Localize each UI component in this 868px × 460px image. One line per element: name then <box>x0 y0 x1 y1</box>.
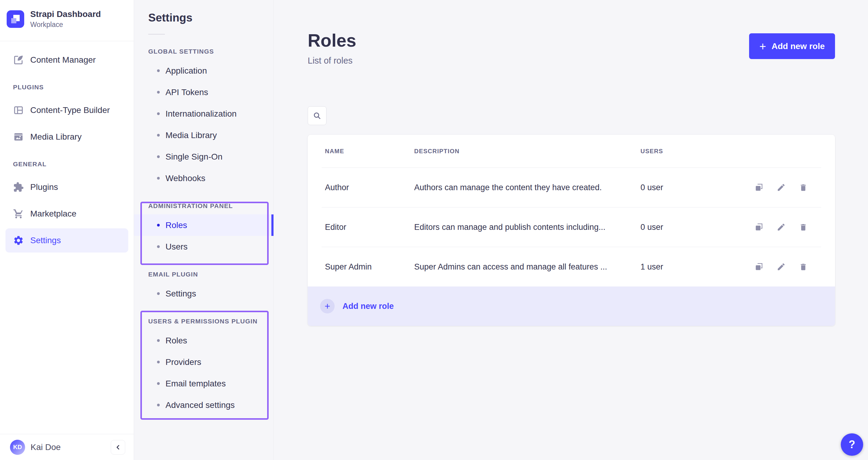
page-title: Roles <box>308 30 356 51</box>
subnav-section-users-permissions-plugin: USERS & PERMISSIONS PLUGIN <box>148 318 274 325</box>
sidebar-item-marketplace[interactable]: Marketplace <box>5 202 128 226</box>
delete-role-button[interactable] <box>799 183 808 192</box>
subnav-item-up-advanced-settings[interactable]: Advanced settings <box>134 394 274 416</box>
subnav-item-up-providers[interactable]: Providers <box>134 351 274 373</box>
duplicate-role-button[interactable] <box>754 183 764 192</box>
subnav-section-global-settings: GLOBAL SETTINGS <box>148 48 274 55</box>
subnav-section-administration-panel: ADMINISTRATION PANEL <box>148 202 274 209</box>
workspace-brand[interactable]: Strapi Dashboard Workplace <box>0 0 134 41</box>
avatar[interactable]: KD <box>10 440 25 455</box>
help-button[interactable]: ? <box>841 433 863 456</box>
user-name: Kai Doe <box>31 442 111 452</box>
role-description: Super Admins can access and manage all f… <box>414 262 641 271</box>
gear-icon <box>13 235 24 246</box>
sidebar-section-plugins: PLUGINS <box>13 84 134 91</box>
sidebar-item-label: Plugins <box>30 182 58 192</box>
sidebar-item-plugins[interactable]: Plugins <box>5 175 128 199</box>
role-name: Author <box>325 183 414 192</box>
footer-add-role-label: Add new role <box>342 301 394 311</box>
main-content: Roles List of roles + Add new role NAME … <box>274 0 868 460</box>
role-users-count: 1 user <box>641 262 753 271</box>
puzzle-icon <box>13 182 24 193</box>
subnav-item-up-email-templates[interactable]: Email templates <box>134 373 274 394</box>
settings-subnav: Settings GLOBAL SETTINGS Application API… <box>134 0 274 460</box>
chevron-left-icon <box>114 443 122 451</box>
sidebar-item-label: Media Library <box>30 132 82 142</box>
delete-role-button[interactable] <box>799 223 808 232</box>
role-users-count: 0 user <box>641 223 753 232</box>
sidebar-item-content-type-builder[interactable]: Content-Type Builder <box>5 98 128 122</box>
table-row-super-admin[interactable]: Super Admin Super Admins can access and … <box>308 247 835 286</box>
role-users-count: 0 user <box>641 183 753 192</box>
column-header-name: NAME <box>325 148 414 155</box>
settings-title-divider <box>148 34 165 34</box>
plus-circle-icon: + <box>320 299 335 313</box>
subnav-item-admin-roles[interactable]: Roles <box>134 214 274 236</box>
subnav-item-webhooks[interactable]: Webhooks <box>134 168 274 189</box>
subnav-item-media-library[interactable]: Media Library <box>134 124 274 146</box>
column-header-description: DESCRIPTION <box>414 148 641 155</box>
subnav-item-single-sign-on[interactable]: Single Sign-On <box>134 146 274 168</box>
settings-subnav-title: Settings <box>148 11 274 24</box>
roles-table-card: NAME DESCRIPTION USERS Author Authors ca… <box>308 135 835 326</box>
delete-role-button[interactable] <box>799 262 808 271</box>
subnav-item-internationalization[interactable]: Internationalization <box>134 103 274 124</box>
strapi-logo-icon <box>7 10 24 28</box>
table-row-editor[interactable]: Editor Editors can manage and publish co… <box>308 207 835 247</box>
row-actions <box>753 223 808 232</box>
plus-icon: + <box>760 40 766 52</box>
layout-grid-icon <box>13 105 24 116</box>
role-name: Super Admin <box>325 262 414 271</box>
workspace-title: Strapi Dashboard <box>30 9 101 19</box>
search-icon <box>313 111 321 120</box>
sidebar-item-content-manager[interactable]: Content Manager <box>5 48 128 72</box>
row-actions <box>753 262 808 271</box>
sidebar-item-label: Settings <box>30 236 61 245</box>
subnav-item-api-tokens[interactable]: API Tokens <box>134 82 274 103</box>
active-indicator <box>271 214 274 236</box>
shopping-cart-icon <box>13 208 24 219</box>
edit-role-button[interactable] <box>777 262 786 271</box>
edit-role-button[interactable] <box>777 183 786 192</box>
subnav-item-admin-users[interactable]: Users <box>134 236 274 257</box>
table-row-author[interactable]: Author Authors can manage the content th… <box>308 168 835 207</box>
sidebar-section-general: GENERAL <box>13 161 134 168</box>
sidebar-item-settings[interactable]: Settings <box>5 228 128 253</box>
page-subtitle: List of roles <box>308 56 356 66</box>
page-header: Roles List of roles + Add new role <box>308 30 835 66</box>
duplicate-role-button[interactable] <box>754 223 764 232</box>
table-footer-add-role[interactable]: + Add new role <box>308 286 835 326</box>
collapse-sidebar-button[interactable] <box>111 440 125 455</box>
sidebar-item-media-library[interactable]: Media Library <box>5 125 128 149</box>
duplicate-role-button[interactable] <box>754 262 764 271</box>
row-actions <box>753 183 808 192</box>
add-new-role-button[interactable]: + Add new role <box>749 33 835 59</box>
subnav-item-label: Roles <box>165 221 187 230</box>
search-button[interactable] <box>308 106 327 125</box>
table-header-row: NAME DESCRIPTION USERS <box>308 135 835 168</box>
sidebar-footer: KD Kai Doe <box>0 434 134 460</box>
picture-icon <box>13 132 24 142</box>
sidebar-item-label: Content-Type Builder <box>30 105 110 115</box>
subnav-item-up-roles[interactable]: Roles <box>134 330 274 351</box>
role-description: Editors can manage and publish contents … <box>414 223 641 232</box>
sidebar-nav: Content Manager PLUGINS Content-Type Bui… <box>0 41 134 434</box>
column-header-users: USERS <box>641 148 753 155</box>
sidebar-item-label: Marketplace <box>30 209 76 219</box>
subnav-item-email-settings[interactable]: Settings <box>134 283 274 304</box>
main-sidebar: Strapi Dashboard Workplace Content Manag… <box>0 0 134 460</box>
edit-role-button[interactable] <box>777 223 786 232</box>
subnav-section-email-plugin: EMAIL PLUGIN <box>148 271 274 278</box>
sidebar-item-label: Content Manager <box>30 55 96 65</box>
role-name: Editor <box>325 223 414 232</box>
workspace-subtitle: Workplace <box>30 21 101 29</box>
pen-feather-icon <box>13 55 24 65</box>
subnav-item-application[interactable]: Application <box>134 60 274 82</box>
add-new-role-button-label: Add new role <box>772 41 825 51</box>
role-description: Authors can manage the content they have… <box>414 183 641 192</box>
